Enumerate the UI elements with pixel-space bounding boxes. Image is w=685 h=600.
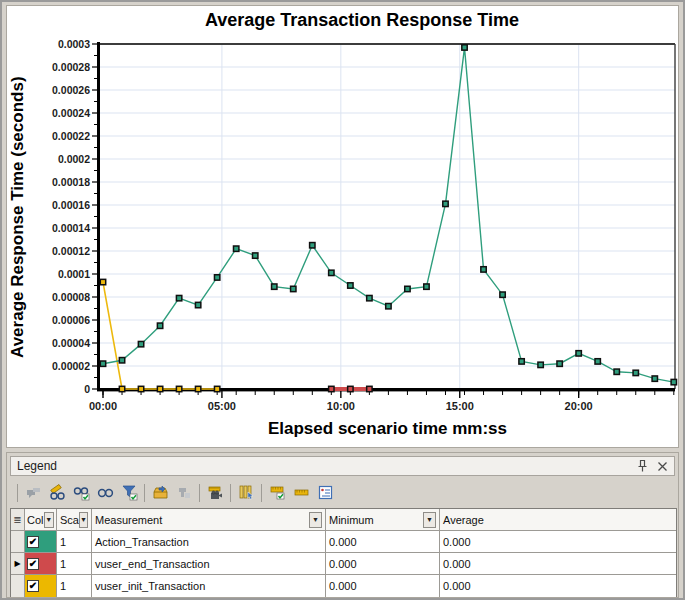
legend-table: ≣ Col▼ Sca▼ Measurement▼ Minimum▼ Averag… [10,508,677,597]
svg-text:0.00014: 0.00014 [52,222,90,234]
visible-checkbox[interactable]: ✔ [27,558,39,570]
legend-panel: Legend [6,452,679,598]
color-swatch-cell: ✔ [25,575,57,597]
color-swatch-cell: ✔ [25,553,57,574]
minimum-column-header[interactable]: Minimum▼ [326,509,440,530]
gutter-header-icon: ≣ [13,514,21,525]
legend-preferences-icon[interactable] [316,484,334,502]
select-columns-icon[interactable] [237,484,255,502]
average-cell: 0.000 [440,553,676,574]
pin-icon[interactable] [634,458,650,474]
scale-column-header[interactable]: Sca▼ [57,509,92,530]
svg-text:0.0002: 0.0002 [58,153,90,165]
gutter-header-cell[interactable]: ≣ [11,509,25,530]
svg-text:0.00002: 0.00002 [52,360,90,372]
average-cell: 0.000 [440,531,676,552]
legend-row[interactable]: ▶ ✔ 1 Action_Transaction 0.000 0.000 [11,531,676,553]
close-icon[interactable] [654,458,670,474]
svg-text:0.00026: 0.00026 [52,84,90,96]
apply-filter-icon[interactable] [120,484,138,502]
show-measurement-icon[interactable] [72,484,90,502]
legend-row[interactable]: ▶ ✔ 1 vuser_end_Transaction 0.000 0.000 [11,553,676,575]
scale-filter-dropdown-icon[interactable]: ▼ [79,512,88,528]
svg-text:0.00022: 0.00022 [52,130,90,142]
row-selector-arrow: ▶ [14,559,20,568]
scale-cell[interactable]: 1 [57,553,92,574]
copy-measurement-icon[interactable] [175,484,193,502]
minimum-cell: 0.000 [326,575,440,597]
measurement-cell[interactable]: Action_Transaction [92,531,326,552]
toolbar-separator [230,484,231,502]
toolbar-separator [17,484,18,502]
svg-text:0.00004: 0.00004 [52,337,90,349]
svg-text:0.00006: 0.00006 [52,314,90,326]
svg-text:0.00024: 0.00024 [52,107,90,119]
hide-measurement-icon[interactable] [48,484,66,502]
measurement-description-icon[interactable] [292,484,310,502]
toolbar-separator [144,484,145,502]
legend-header-row: ≣ Col▼ Sca▼ Measurement▼ Minimum▼ Averag… [11,509,676,531]
measurement-filter-dropdown-icon[interactable]: ▼ [309,512,322,528]
svg-text:0.00018: 0.00018 [52,176,90,188]
duplicate-graph-icon[interactable] [24,484,42,502]
color-column-header[interactable]: Col▼ [25,509,57,530]
scale-cell[interactable]: 1 [57,531,92,552]
svg-text:0.0001: 0.0001 [58,268,90,280]
svg-text:10:00: 10:00 [327,400,355,412]
analysis-window: Average Transaction Response Time Averag… [0,0,685,600]
color-filter-dropdown-icon[interactable]: ▼ [44,512,54,528]
measurement-column-header[interactable]: Measurement▼ [92,509,326,530]
chart-panel: Average Transaction Response Time Averag… [6,5,679,448]
visible-checkbox[interactable]: ✔ [27,580,39,592]
svg-text:05:00: 05:00 [208,400,236,412]
chart-canvas: 0.00030.000280.000260.000240.000220.0002… [7,6,678,447]
configure-measurement-icon[interactable] [268,484,286,502]
legend-row[interactable]: ▶ ✔ 1 vuser_init_Transaction 0.000 0.000 [11,575,676,597]
legend-panel-title: Legend [11,459,634,473]
svg-text:0: 0 [84,383,90,395]
legend-toolbar [10,479,675,506]
color-swatch-cell: ✔ [25,531,57,552]
minimum-cell: 0.000 [326,553,440,574]
svg-text:0.00028: 0.00028 [52,61,90,73]
svg-text:0.00016: 0.00016 [52,199,90,211]
svg-text:0.00008: 0.00008 [52,291,90,303]
animate-line-icon[interactable] [206,484,224,502]
svg-text:15:00: 15:00 [446,400,474,412]
svg-text:0.0003: 0.0003 [58,38,90,50]
measurement-cell[interactable]: vuser_end_Transaction [92,553,326,574]
toolbar-separator [199,484,200,502]
average-cell: 0.000 [440,575,676,597]
measurement-cell[interactable]: vuser_init_Transaction [92,575,326,597]
view-measurement-icon[interactable] [96,484,114,502]
svg-text:0.00012: 0.00012 [52,245,90,257]
visible-checkbox[interactable]: ✔ [27,536,39,548]
minimum-cell: 0.000 [326,531,440,552]
minimum-filter-dropdown-icon[interactable]: ▼ [423,512,436,528]
svg-text:00:00: 00:00 [89,400,117,412]
scale-cell[interactable]: 1 [57,575,92,597]
toolbar-separator [261,484,262,502]
legend-titlebar: Legend [10,456,675,476]
svg-text:20:00: 20:00 [565,400,593,412]
average-column-header[interactable]: Average [440,509,676,530]
export-legend-icon[interactable] [151,484,169,502]
